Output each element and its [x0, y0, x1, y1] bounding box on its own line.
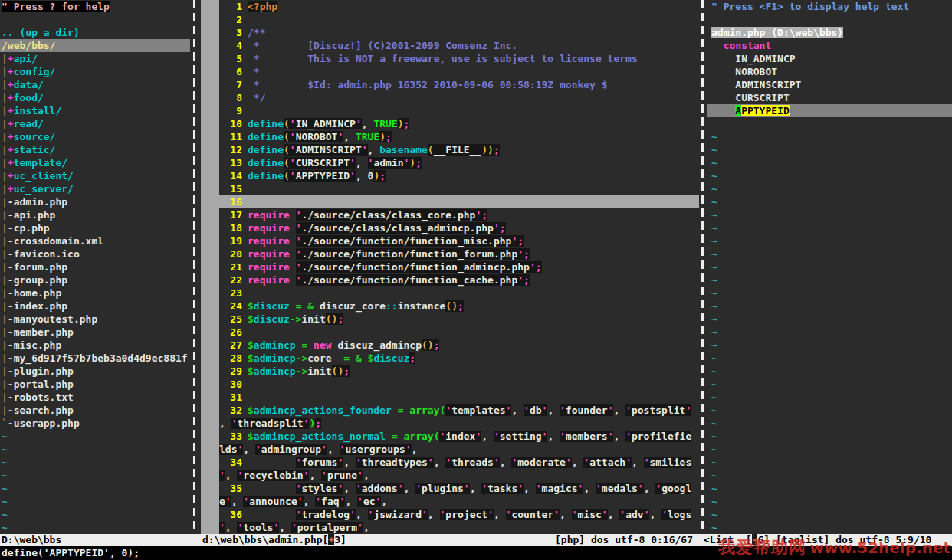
code-line[interactable]: ', 'recyclebin', 'prune', [219, 469, 699, 482]
code-line[interactable]: 27$admincp = new discuz_admincp(); [219, 339, 699, 352]
tree-item-file[interactable]: |-favicon.ico [0, 247, 190, 260]
tag-item-current[interactable]: APPTYPEID [707, 104, 952, 117]
tag-item[interactable]: CURSCRIPT [707, 91, 952, 104]
code-line[interactable]: 19require './source/function/function_mi… [219, 234, 699, 247]
code-line[interactable]: 20require './source/function/function_fo… [219, 247, 699, 260]
code-line[interactable]: 18require './source/class/class_admincp.… [219, 221, 699, 234]
code-line[interactable]: 31 [219, 391, 699, 404]
tree-item-file[interactable]: |-portal.php [0, 378, 190, 391]
code-line[interactable]: 26 [219, 326, 699, 339]
code-line[interactable]: 22require './source/function/function_ca… [219, 273, 699, 287]
tree-item-dir[interactable]: |+uc_client/ [0, 169, 190, 182]
code-line[interactable]: 2 [219, 13, 699, 26]
code-line[interactable]: 29$admincp->init(); [219, 365, 699, 378]
text-segment: ' [356, 457, 362, 468]
tree-item-file[interactable]: |-admin.php [0, 195, 190, 208]
text-segment: ' [560, 431, 566, 442]
code-line[interactable]: ', 'tools', 'portalperm', [219, 521, 699, 534]
code-line[interactable]: 28$admincp->core = & $discuz; [219, 352, 699, 365]
code-buffer[interactable]: 1<?php23/**4 * [Discuz!] (C)2001-2099 Co… [219, 0, 699, 534]
tree-item-dir[interactable]: |+food/ [0, 91, 190, 104]
taglist-file-header[interactable]: admin.php (D:\web\bbs) [707, 26, 952, 39]
window-separator-left[interactable] [190, 0, 201, 534]
code-line[interactable]: 21require './source/function/function_ad… [219, 260, 699, 273]
code-line[interactable]: 17require './source/class/class_core.php… [219, 208, 699, 221]
code-line[interactable]: 1<?php [219, 0, 699, 13]
tree-up-dir[interactable]: .. (up a dir) [0, 26, 190, 39]
tree-item-dir[interactable]: |+template/ [0, 156, 190, 169]
code-line[interactable]: 16 [219, 195, 699, 208]
tag-item[interactable]: ADMINSCRIPT [707, 78, 952, 91]
text-segment: * [248, 66, 260, 77]
text-segment: template/ [14, 157, 67, 169]
command-line[interactable]: define('APPTYPEID', 0); [0, 546, 952, 560]
code-line[interactable]: 34 'forums', 'threadtypes', 'threads', '… [219, 456, 699, 469]
code-line[interactable]: 14define('APPTYPEID', 0); [219, 169, 699, 182]
code-line[interactable]: 8 */ [219, 91, 699, 104]
text-segment: ' [494, 457, 500, 468]
text-segment: ~ [2, 496, 8, 507]
text-segment: require [248, 261, 290, 273]
code-line[interactable]: 15 [219, 182, 699, 195]
code-line[interactable]: 33$admincp_actions_normal = array('index… [219, 430, 699, 443]
tree-item-file[interactable]: |-my_6d917f57b7beb3a0d4d9ec881f [0, 352, 190, 365]
code-line[interactable]: 24$discuz = & discuz_core::instance(); [219, 300, 699, 313]
tree-item-file[interactable]: |-crossdomain.xml [0, 234, 190, 247]
tag-item[interactable]: IN_ADMINCP [707, 52, 952, 65]
tree-item-file[interactable]: `-userapp.php [0, 417, 190, 430]
code-line[interactable]: 5 * This is NOT a freeware, use is subje… [219, 52, 699, 65]
tree-item-file[interactable]: |-index.php [0, 300, 190, 313]
tree-item-file[interactable]: |-home.php [0, 287, 190, 300]
code-line[interactable]: 36 'tradelog', 'jswizard', 'project', 'c… [219, 508, 699, 521]
tag-item[interactable]: NOROBOT [707, 65, 952, 78]
code-line[interactable]: 7 * $Id: admin.php 16352 2010-09-06 00:5… [219, 78, 699, 91]
code-line[interactable]: 23 [219, 287, 699, 300]
tree-item-file[interactable]: |-member.php [0, 326, 190, 339]
code-line[interactable]: 11define('NOROBOT', TRUE); [219, 130, 699, 143]
code-line[interactable]: 32$admincp_actions_founder = array('temp… [219, 404, 699, 417]
text-segment: ' [619, 509, 625, 520]
empty-line-tilde: ~ [0, 495, 190, 508]
code-line[interactable]: 10define('IN_ADMINCP', TRUE); [219, 117, 699, 130]
tree-item-file[interactable]: |-manyoutest.php [0, 313, 190, 326]
code-line[interactable]: 35 'styles', 'addons', 'plugins', 'tasks… [219, 482, 699, 495]
tree-item-file[interactable]: |-search.php [0, 404, 190, 417]
nerdtree-panel[interactable]: " Press ? for help.. (up a dir)/web/bbs/… [0, 0, 190, 534]
tree-item-dir[interactable]: |+api/ [0, 52, 190, 65]
tree-item-file[interactable]: |-forum.php [0, 260, 190, 273]
code-line[interactable]: 13define('CURSCRIPT', 'admin'); [219, 156, 699, 169]
taglist-panel[interactable]: " Press <F1> to display help textadmin.p… [707, 0, 952, 534]
tree-item-dir[interactable]: |+read/ [0, 117, 190, 130]
tree-item-file[interactable]: |-api.php [0, 208, 190, 221]
code-line[interactable]: 25$discuz->init(); [219, 313, 699, 326]
tree-item-dir[interactable]: |+config/ [0, 65, 190, 78]
text-segment: , [219, 418, 231, 429]
code-window[interactable]: 1<?php23/**4 * [Discuz!] (C)2001-2099 Co… [201, 0, 699, 534]
code-line[interactable]: lds', 'admingroup', 'usergroups', [219, 443, 699, 456]
text-segment: ' [415, 483, 422, 494]
tree-item-dir[interactable]: |+data/ [0, 78, 190, 91]
tree-item-file[interactable]: |-group.php [0, 273, 190, 287]
tree-item-dir[interactable]: |+install/ [0, 104, 190, 117]
code-line[interactable]: e', 'announce', 'faq', 'ec', [219, 495, 699, 508]
window-separator-right[interactable] [699, 0, 707, 534]
tree-item-dir[interactable]: |+static/ [0, 143, 190, 156]
code-line[interactable]: 12define('ADMINSCRIPT', basename(__FILE_… [219, 143, 699, 156]
tree-item-file[interactable]: |-misc.php [0, 339, 190, 352]
tree-item-dir[interactable]: |+uc_server/ [0, 182, 190, 195]
tree-item-file[interactable]: |-cp.php [0, 221, 190, 234]
code-line[interactable]: , 'threadsplit'); [219, 417, 699, 430]
empty-line-tilde: ~ [707, 521, 952, 534]
tree-item-dir[interactable]: |+source/ [0, 130, 190, 143]
tree-item-file[interactable]: |-robots.txt [0, 391, 190, 404]
code-line[interactable]: 3/** [219, 26, 699, 39]
taglist-group[interactable]: constant [707, 39, 952, 52]
code-line[interactable]: 4 * [Discuz!] (C)2001-2099 Comsenz Inc. [219, 39, 699, 52]
tree-root[interactable]: /web/bbs/ [0, 39, 190, 52]
text-segment: ' [357, 496, 363, 507]
text-segment: require [248, 274, 290, 286]
code-line[interactable]: 30 [219, 378, 699, 391]
tree-item-file[interactable]: |-plugin.php [0, 365, 190, 378]
code-line[interactable]: 6 * [219, 65, 699, 78]
code-line[interactable]: 9 [219, 104, 699, 117]
